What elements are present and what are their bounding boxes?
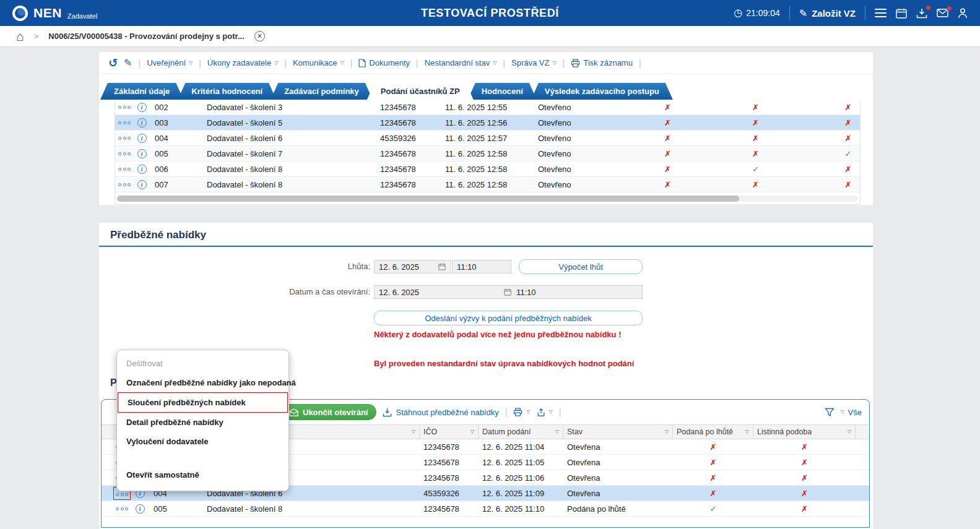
row-menu-icon[interactable]	[116, 507, 128, 510]
edit-icon[interactable]	[124, 57, 132, 69]
downloads-icon[interactable]	[916, 8, 927, 19]
supplier-name: Dodavatel - školení 8	[202, 165, 375, 174]
menu-komunikace[interactable]: Komunikace	[293, 58, 344, 67]
flag-icon	[752, 149, 759, 158]
breadcrumb: > N006/25/V00005438 - Provozování prodej…	[0, 26, 980, 47]
send-call-button[interactable]: Odeslání výzvy k podání předběžných nabí…	[374, 311, 643, 325]
calendar-icon[interactable]	[438, 263, 446, 270]
info-icon[interactable]	[137, 134, 147, 143]
chevron-down-icon	[274, 61, 278, 66]
supplier-ico: 12345678	[375, 180, 440, 189]
breadcrumb-item[interactable]: N006/25/V00005438 - Provozování prodejny…	[48, 32, 244, 41]
hamburger-menu-icon[interactable]	[875, 9, 887, 18]
export-button[interactable]	[537, 408, 553, 417]
info-icon[interactable]	[137, 180, 147, 189]
filter-triangle-icon[interactable]	[745, 429, 749, 434]
notification-badge	[926, 5, 931, 11]
header-paper[interactable]: Listinná podoba	[753, 425, 856, 439]
info-icon[interactable]	[137, 103, 147, 112]
table-row[interactable]: 002 Dodavatel - školení 3 12345678 11. 6…	[115, 100, 861, 115]
history-icon[interactable]	[108, 56, 118, 70]
info-icon[interactable]	[137, 165, 147, 174]
download-offers-link[interactable]: Stáhnout předběžné nabídky	[383, 408, 498, 417]
row-menu-icon[interactable]	[118, 152, 131, 155]
row-menu-icon[interactable]	[118, 121, 131, 124]
row-menu-icon[interactable]	[118, 106, 131, 109]
filter-icon[interactable]	[825, 408, 835, 417]
menu-item-desifrovat: Dešifrovat	[117, 354, 288, 373]
submission-date: 11. 6. 2025 12:58	[440, 165, 533, 174]
calendar-icon[interactable]	[504, 288, 511, 296]
row-number: 006	[150, 165, 202, 174]
info-icon[interactable]	[137, 149, 147, 158]
menu-ukony-zadavatele[interactable]: Úkony zadavatele	[207, 58, 279, 67]
tab-hodnoceni[interactable]: Hodnocení	[468, 83, 537, 100]
info-icon[interactable]	[136, 504, 145, 514]
flag-icon	[664, 118, 671, 127]
table-row-selected[interactable]: 003 Dodavatel - školení 5 12345678 11. 6…	[115, 115, 861, 131]
header-late[interactable]: Podaná po lhůtě	[673, 425, 753, 439]
tab-vysledek[interactable]: Výsledek zadávacího postupu	[531, 83, 673, 100]
menu-uverejneni[interactable]: Uveřejnění	[147, 58, 193, 67]
filter-triangle-icon[interactable]	[665, 429, 669, 434]
filter-all-dropdown[interactable]: Vše	[840, 408, 862, 417]
row-menu-icon[interactable]	[118, 183, 131, 186]
flag-icon	[801, 473, 808, 483]
tab-podani-ucastniku[interactable]: Podání účastníků ZP	[367, 83, 474, 100]
topbar-actions: 21:09:04 Založit VZ	[734, 6, 968, 20]
menu-tisk-zaznamu[interactable]: Tisk záznamu	[571, 58, 633, 67]
filter-triangle-icon[interactable]	[848, 429, 851, 434]
supplier-ico: 12345678	[420, 473, 479, 483]
finish-opening-button[interactable]: Ukončit otevírání	[280, 404, 376, 420]
menu-item-detail-nabidky[interactable]: Detail předběžné nabídky	[117, 413, 288, 432]
header-ico[interactable]: IČO	[420, 425, 479, 439]
row-menu-icon[interactable]	[118, 168, 131, 171]
chevron-down-icon	[189, 61, 193, 66]
deadline-label: Lhůta:	[209, 260, 370, 273]
print-button[interactable]	[513, 408, 530, 416]
info-icon[interactable]	[137, 118, 147, 127]
menu-nestandardni-stav[interactable]: Nestandardní stav	[425, 58, 497, 67]
offer-row[interactable]: 005 Dodavatel - školení 8 12345678 12. 6…	[102, 501, 869, 517]
table-row[interactable]: 004 Dodavatel - školení 6 45359326 11. 6…	[115, 131, 861, 146]
row-menu-icon[interactable]	[118, 137, 131, 140]
messages-icon[interactable]	[937, 9, 948, 17]
status: Otevřena	[563, 473, 673, 483]
row-menu-icon[interactable]	[116, 493, 128, 496]
home-icon[interactable]	[16, 29, 24, 44]
menu-item-otevrit-samostatne[interactable]: Otevřít samostatně	[117, 465, 288, 484]
chevron-down-icon	[340, 61, 344, 66]
menu-sprava-vz[interactable]: Správa VZ	[511, 58, 557, 67]
tab-zadavaci-podminky[interactable]: Zadávací podmínky	[271, 83, 373, 100]
tab-kriteria-hodnoceni[interactable]: Kritéria hodnocení	[178, 83, 276, 100]
table-row[interactable]: 007 Dodavatel - školení 8 12345678 11. 6…	[115, 177, 861, 192]
supplier-ico: 12345678	[375, 149, 440, 158]
scrollbar-thumb[interactable]	[117, 196, 739, 202]
filter-triangle-icon[interactable]	[412, 429, 415, 434]
profile-icon[interactable]	[958, 8, 968, 19]
deadline-time-input[interactable]: 11:10	[452, 260, 511, 273]
flag-icon	[845, 134, 852, 143]
menu-item-oznaceni-nepodana[interactable]: Označení předběžné nabídky jako nepodaná	[117, 373, 288, 392]
table-row[interactable]: 006 Dodavatel - školení 8 12345678 11. 6…	[115, 161, 861, 177]
horizontal-scrollbar[interactable]	[117, 196, 858, 202]
menu-item-slouceni-nabidek[interactable]: Sloučení předběžných nabídek	[118, 392, 288, 413]
create-vz-button[interactable]: Založit VZ	[799, 7, 856, 19]
calc-deadlines-button[interactable]: Výpočet lhůt	[519, 259, 643, 274]
opening-datetime-input[interactable]: 12. 6. 2025 11:10	[374, 285, 643, 299]
nen-logo[interactable]: NEN Zadavatel	[12, 6, 97, 21]
menu-item-vylouceni-dodavatele[interactable]: Vyloučení dodavatele	[117, 432, 288, 451]
flag-icon	[664, 134, 671, 143]
filter-triangle-icon[interactable]	[470, 429, 474, 434]
calendar-icon[interactable]	[896, 8, 907, 19]
close-tab-icon[interactable]: ✕	[254, 31, 265, 41]
menu-dokumenty[interactable]: Dokumenty	[358, 58, 410, 67]
deadline-date-input[interactable]: 12. 6. 2025	[374, 260, 451, 273]
tab-zakladni-udaje[interactable]: Základní údaje	[100, 83, 183, 100]
header-date[interactable]: Datum podání	[479, 425, 563, 439]
filter-triangle-icon[interactable]	[555, 429, 559, 434]
download-icon	[383, 408, 392, 417]
flag-icon	[664, 149, 671, 158]
table-row[interactable]: 005 Dodavatel - školení 7 12345678 11. 6…	[115, 146, 861, 161]
header-status[interactable]: Stav	[563, 425, 673, 439]
